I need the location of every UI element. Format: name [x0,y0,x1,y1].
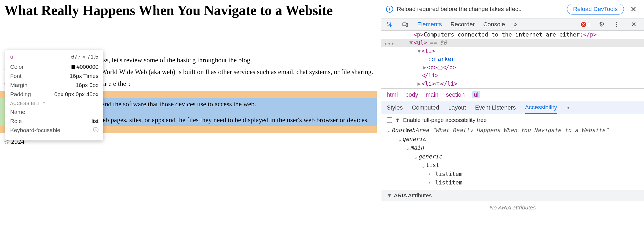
devtools-banner: i Reload required before the change take… [381,0,644,19]
reload-devtools-button[interactable]: Reload DevTools [567,4,624,15]
page-title: What Really Happens When You Navigate to… [4,3,377,18]
tooltip-a11y-name-label: Name [10,109,25,115]
tooltip-padding-value: 0px 0px 0px 40px [54,91,98,97]
ellipsis-icon[interactable]: ⋯ [437,66,442,70]
tooltip-font-value: 16px Times [70,73,98,79]
tree-row[interactable]: › listitem [387,178,639,187]
dom-breadcrumb: html body main section ul [381,88,644,101]
dom-node-selected[interactable]: ▼<ul>== $0 [381,39,644,47]
tooltip-a11y-role-value: list [92,118,98,124]
error-count: 1 [587,21,590,28]
tab-console[interactable]: Console [483,21,505,28]
tooltip-accessibility-section: ACCESSIBILITY [10,101,98,106]
tooltip-font-label: Font [10,73,21,79]
aria-attributes-empty: No ARIA attributes [381,201,644,214]
subtab-computed[interactable]: Computed [412,104,439,111]
not-focusable-icon [93,127,98,132]
ellipsis-icon[interactable]: ⋯ [435,82,441,86]
error-dot-icon: ✕ [581,22,586,27]
tab-elements[interactable]: Elements [417,21,442,28]
tabs-more-icon[interactable]: » [514,21,517,28]
tooltip-margin-value: 16px 0px [76,82,98,88]
devtools-tabs: Elements Recorder Console » ✕1 ⚙ ⋮ ✕ [381,19,644,31]
breadcrumb-item[interactable]: html [387,91,398,98]
enable-a11y-tree-checkbox[interactable] [387,117,392,123]
error-badge[interactable]: ✕1 [581,21,590,28]
tab-recorder[interactable]: Recorder [451,21,475,28]
info-icon: i [386,6,393,13]
tooltip-dimensions: 677 × 71.5 [71,53,98,60]
svg-rect-1 [403,23,406,26]
subtab-styles[interactable]: Styles [387,104,403,111]
inspect-element-icon[interactable] [386,21,393,28]
enable-a11y-tree-label: Enable full-page accessibility tree [403,117,487,123]
accessibility-panel: Enable full-page accessibility tree ⌄Roo… [381,114,644,190]
tooltip-a11y-kf-label: Keyboard-focusable [10,127,60,133]
tree-row[interactable]: ⌄main [387,143,639,152]
color-swatch-icon [71,65,75,69]
tree-row[interactable]: ⌄generic [387,135,639,144]
breadcrumb-item-selected[interactable]: ul [472,91,480,98]
svg-point-3 [397,118,398,119]
dom-node[interactable]: ▶<p>⋯</p> [381,63,644,71]
subtabs-more-icon[interactable]: » [566,104,569,111]
tree-row[interactable]: ⌄generic [387,152,639,161]
devtools-panel: i Reload required before the change take… [381,0,644,232]
close-icon[interactable]: ✕ [628,5,639,14]
tooltip-color-label: Color [10,64,24,70]
gear-icon[interactable]: ⚙ [599,21,605,28]
aria-attributes-header[interactable]: ▼ARIA Attributes [381,190,644,201]
subtab-accessibility[interactable]: Accessibility [525,104,557,114]
breadcrumb-item[interactable]: section [446,91,465,98]
tooltip-color-value: #000000 [76,64,98,70]
tooltip-tag: ul [10,53,14,60]
banner-text: Reload required before the change takes … [397,6,563,13]
dom-node[interactable]: ▼<li> [381,47,644,55]
inspect-tooltip: ul 677 × 71.5 Color#000000 Font16px Time… [5,50,103,140]
accessibility-icon [395,117,400,123]
subtab-event-listeners[interactable]: Event Listeners [475,104,516,111]
tooltip-a11y-role-label: Role [10,118,22,124]
subtab-layout[interactable]: Layout [448,104,466,111]
dom-node[interactable]: <p>Computers connected to the internet a… [381,31,644,39]
tree-row[interactable]: › listitem [387,170,639,179]
close-devtools-icon[interactable]: ✕ [628,21,639,28]
styles-subtabs: Styles Computed Layout Event Listeners A… [381,101,644,114]
tree-row[interactable]: ⌄list [387,161,639,170]
accessibility-tree[interactable]: ⌄RootWebArea "What Really Happens When Y… [387,126,639,187]
tree-row[interactable]: ⌄RootWebArea "What Really Happens When Y… [387,126,639,135]
tooltip-margin-label: Margin [10,82,27,88]
dom-marker[interactable]: ::marker [381,55,644,63]
breadcrumb-item[interactable]: body [405,91,418,98]
breadcrumb-item[interactable]: main [426,91,438,98]
dom-node[interactable]: </li> [381,71,644,79]
device-toggle-icon[interactable] [402,21,409,28]
kebab-icon[interactable]: ⋮ [613,21,620,28]
rendered-page: What Really Happens When You Navigate to… [0,0,381,232]
show-more-icon[interactable]: ••• [384,40,395,48]
dom-node[interactable]: ▶<li>⋯</li> [381,80,644,88]
dom-tree[interactable]: <p>Computers connected to the internet a… [381,31,644,88]
tooltip-padding-label: Padding [10,91,31,97]
